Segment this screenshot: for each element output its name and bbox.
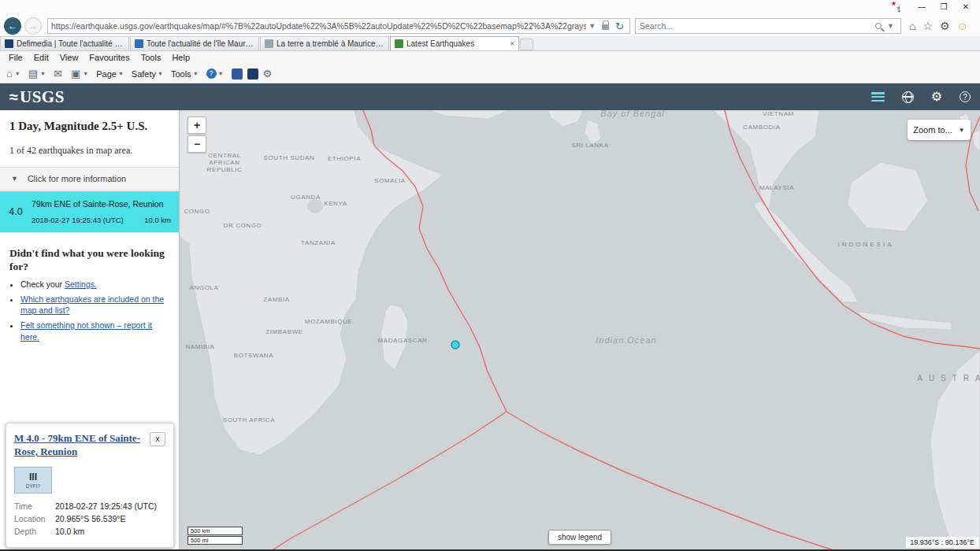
zoom-to-dropdown[interactable]: Zoom to... ▼ [908,120,971,140]
help-item-link[interactable]: Which earthquakes are included on the ma… [20,294,164,316]
map-settings-gear-icon[interactable]: ⚙ [931,91,942,103]
arabia-landmass [430,110,509,119]
refresh-icon[interactable]: ↻ [615,20,624,32]
menu-item-help[interactable]: Help [166,51,195,65]
back-button[interactable]: ← [4,17,21,35]
map-scale: 500 km 500 mi [187,526,243,545]
home-caret-icon[interactable]: ▼ [15,71,20,76]
madagascar-island [381,305,408,370]
popup-detail-row: Location20.965°S 56.539°E [14,514,165,523]
plugin-icon-1[interactable] [232,68,243,80]
help-menu[interactable]: ?▼ [206,68,224,79]
forward-button[interactable]: → [24,17,42,35]
zoom-in-button[interactable]: + [187,116,206,134]
close-icon[interactable]: ✕ [955,0,977,14]
usgs-logo[interactable]: ≈ USGS [9,87,65,107]
favorites-star-icon[interactable]: ☆ [922,20,933,32]
basemap-svg [180,110,980,551]
feed-title: 1 Day, Magnitude 2.5+ U.S. [9,120,171,133]
browser-tab[interactable]: Latest Earthquakes× [390,36,519,50]
dyfi-intensity-badge[interactable]: III DYFI? [14,467,52,494]
borneo-island [848,162,928,231]
new-tab-button[interactable] [520,39,533,50]
popup-detail-label: Location [14,514,55,523]
zoom-out-button[interactable]: − [187,135,206,153]
tab-label: Toute l'actualité de l'île Mauric... [147,39,254,48]
intensity-value: III [29,472,37,482]
help-icon[interactable]: ? [206,68,217,79]
popup-detail-label: Time [14,501,55,511]
show-legend-button[interactable]: show legend [548,530,611,545]
java-island [859,312,952,330]
globe-icon[interactable] [902,91,914,103]
help-item-link[interactable]: Felt something not shown – report it her… [20,320,152,342]
page-menu[interactable]: Page▼ [96,69,124,79]
address-bar-row: ← → ▼ ↻ ▼ ⌂ ☆ ⚙ ☺ [0,16,980,36]
url-field[interactable]: ▼ ↻ [47,18,630,34]
tools-menu[interactable]: Tools▼ [171,69,199,79]
more-information-row[interactable]: ▼ Click for more information [0,167,179,190]
menu-item-edit[interactable]: Edit [28,51,54,65]
event-magnitude: 4.0 [0,206,32,217]
tab-favicon [265,39,273,48]
help-caret-icon: ▼ [218,71,224,76]
earthquake-list-item[interactable]: 4.0 79km ENE of Sainte-Rose, Reunion 201… [0,191,179,232]
feed-icon[interactable]: ▤ [28,68,38,80]
addon-gear-icon[interactable]: ⚙ [263,68,273,80]
minimize-icon[interactable]: — [911,0,933,14]
home-icon[interactable]: ⌂ [909,20,915,32]
menu-item-view[interactable]: View [54,51,84,65]
zoom-to-caret-icon: ▼ [959,127,965,134]
popup-close-button[interactable]: x [150,432,165,446]
search-input[interactable] [640,21,875,31]
australia-landmass [930,350,980,551]
earthquake-marker[interactable] [451,341,459,349]
print-caret-icon[interactable]: ▼ [83,71,88,76]
safety-menu[interactable]: Safety▼ [132,69,163,79]
home-small-icon[interactable]: ⌂ [6,68,13,80]
browser-tab[interactable]: Defimedia | Toute l'actualité d... [0,36,129,50]
event-popup: M 4.0 - 79km ENE of Sainte-Rose, Reunion… [6,423,174,548]
browser-tab[interactable]: La terre a tremblé à Maurice c... [260,36,389,50]
popup-detail-row: Depth10.0 km [14,527,165,536]
menu-item-tools[interactable]: Tools [135,51,167,65]
search-field[interactable]: ▼ [635,18,901,34]
event-popup-title-link[interactable]: M 4.0 - 79km ENE of Sainte-Rose, Reunion [14,432,140,459]
tab-bar: Defimedia | Toute l'actualité d...Toute … [0,36,980,51]
url-input[interactable] [51,21,586,31]
popup-detail-value: 2018-02-27 19:25:43 (UTC) [55,501,157,511]
help-circle-icon[interactable]: ? [960,91,971,102]
mail-icon[interactable]: ✉ [54,68,62,80]
search-dropdown-icon[interactable]: ▼ [887,22,894,30]
tab-label: Latest Earthquakes [406,39,507,48]
url-dropdown-icon[interactable]: ▼ [588,22,596,30]
menu-item-file[interactable]: File [3,51,28,65]
page-caret-icon: ▼ [118,71,124,76]
download-caret-icon[interactable]: ▼ [896,6,901,11]
popup-detail-value: 10.0 km [55,527,84,536]
settings-gear-icon[interactable]: ⚙ [940,20,950,32]
tab-favicon [395,39,403,48]
feedback-smiley-icon[interactable]: ☺ [957,20,968,32]
india-tip [548,110,583,127]
search-icon[interactable] [875,23,882,29]
usgs-wave-icon: ≈ [9,89,18,105]
lock-icon [602,24,609,30]
maximize-icon[interactable]: ❐ [933,0,955,14]
event-place: 79km ENE of Sainte-Rose, Reunion [32,199,171,209]
popup-detail-value: 20.965°S 56.539°E [55,514,126,523]
list-icon[interactable] [871,92,885,102]
africa-landmass [180,110,443,455]
command-bar: ⌂▼ ▤▼ ✉ ▣▼ Page▼ Safety▼ Tools▼ ?▼ ⚙ [0,65,980,83]
earthquake-sidebar: 1 Day, Magnitude 2.5+ U.S. 1 of 42 earth… [0,110,180,551]
tab-close-icon[interactable]: × [510,39,514,48]
sri-lanka-island [585,120,601,145]
menu-item-favourites[interactable]: Favourites [84,51,135,65]
help-item-link[interactable]: Settings. [65,279,97,289]
map-canvas[interactable]: CENTRALAFRICANREPUBLICSOUTH SUDANETHIOPI… [180,110,980,551]
sumatra-island [753,202,858,302]
plugin-icon-2[interactable] [247,68,258,80]
print-icon[interactable]: ▣ [71,68,80,80]
feed-caret-icon[interactable]: ▼ [40,71,46,76]
browser-tab[interactable]: Toute l'actualité de l'île Mauric... [130,36,259,50]
